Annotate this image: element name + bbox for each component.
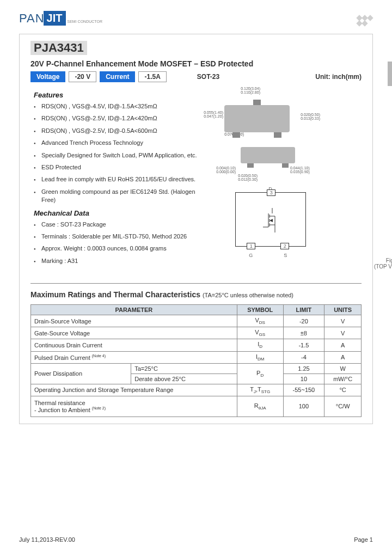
feature-item: RDS(ON) , VGS@-2.5V, ID@-1.2A<420mΩ xyxy=(34,114,203,123)
feature-item: RDS(ON) , VGS@-2.5V, ID@-0.5A<600mΩ xyxy=(34,127,203,135)
figure-label: Fig.180 (TOP VIEW) xyxy=(208,258,392,270)
unit-label: Unit: inch(mm) xyxy=(315,73,362,81)
product-subtitle: 20V P-Channel Enhancement Mode MOSFET – … xyxy=(30,59,362,68)
table-row: Operating Junction and Storage Temperatu… xyxy=(31,384,362,396)
package-bottom-view xyxy=(241,147,295,163)
mechanical-list: Case : SOT-23 Package Terminals : Solder… xyxy=(30,221,203,266)
logo-text-1: PAN xyxy=(19,11,45,26)
mechanical-item: Marking : A31 xyxy=(34,257,203,265)
table-row: Thermal resistance - Junction to Ambient… xyxy=(31,396,362,417)
features-list: RDS(ON) , VGS@-4.5V, ID@-1.5A<325mΩ RDS(… xyxy=(30,102,203,205)
feature-item: ESD Protected xyxy=(34,163,203,172)
package-top-view xyxy=(224,105,290,132)
package-side-view xyxy=(388,62,392,86)
table-row: Continuous Drain Current ID -1.5 A xyxy=(31,339,362,351)
pin-1: 1 xyxy=(247,243,255,249)
left-column: Features RDS(ON) , VGS@-4.5V, ID@-1.5A<3… xyxy=(30,87,203,270)
content-area: PJA3431 20V P-Channel Enhancement Mode M… xyxy=(19,34,373,424)
logo-decoration xyxy=(357,15,373,26)
dim-text: 0.120(3.04)0.110(2.80) xyxy=(241,87,392,94)
ratings-heading: Maximum Ratings and Thermal Characterist… xyxy=(30,283,362,299)
table-row: Power Dissipation Ta=25°C PD 1.25 W xyxy=(31,363,362,374)
table-row: Gate-Source Voltage VGS ±8 V xyxy=(31,327,362,339)
schematic-diagram: D 3 1 2 G S xyxy=(235,192,306,247)
col-limit: LIMIT xyxy=(283,305,324,315)
footer-date: July 11,2013-REV.00 xyxy=(19,536,75,543)
logo-subtitle: SEMI CONDUCTOR xyxy=(68,20,102,23)
feature-item: RDS(ON) , VGS@-4.5V, ID@-1.5A<325mΩ xyxy=(34,102,203,111)
feature-item: Lead free in comply with EU RoHS 2011/65… xyxy=(34,175,203,183)
gate-label: G xyxy=(249,253,253,258)
current-value: -1.5A xyxy=(138,71,166,82)
mechanical-heading: Mechanical Data xyxy=(34,209,203,217)
feature-item: Advanced Trench Process Technology xyxy=(34,139,203,147)
table-header-row: PARAMETER SYMBOL LIMIT UNITS xyxy=(31,305,362,315)
logo-text-2: JIT xyxy=(44,11,66,26)
table-row: Drain-Source Voltage VDS -20 V xyxy=(31,315,362,327)
features-heading: Features xyxy=(34,91,203,99)
spec-row: Voltage -20 V Current -1.5A SOT-23 Unit:… xyxy=(30,71,362,82)
current-label: Current xyxy=(100,71,135,82)
part-number: PJA3431 xyxy=(34,41,84,54)
col-parameter: PARAMETER xyxy=(31,305,237,315)
page-footer: July 11,2013-REV.00 Page 1 xyxy=(19,536,373,543)
mosfet-symbol-icon xyxy=(263,208,282,232)
feature-item: Specially Designed for Switch Load, PWM … xyxy=(34,151,203,160)
part-number-box: PJA3431 xyxy=(30,41,87,55)
company-logo: PAN JIT SEMI CONDUCTOR xyxy=(19,11,373,26)
table-row: Pulsed Drain Current (Note 4) IDM -4 A xyxy=(31,351,362,363)
package-diagram-area: 0.120(3.04)0.110(2.80) 0.055(1.40) 0.047… xyxy=(203,87,392,270)
package-label: SOT-23 xyxy=(197,73,219,81)
col-symbol: SYMBOL xyxy=(237,305,283,315)
voltage-label: Voltage xyxy=(30,71,65,82)
ratings-table: PARAMETER SYMBOL LIMIT UNITS Drain-Sourc… xyxy=(30,304,362,417)
mechanical-item: Case : SOT-23 Package xyxy=(34,221,203,229)
voltage-value: -20 V xyxy=(69,71,96,82)
mechanical-item: Terminals : Solderable per MIL-STD-750, … xyxy=(34,232,203,241)
feature-item: Green molding compound as per IEC61249 S… xyxy=(34,188,203,205)
pin-2: 2 xyxy=(280,243,289,249)
source-label: S xyxy=(284,253,287,258)
col-units: UNITS xyxy=(324,305,362,315)
mechanical-item: Approx. Weight : 0.0003 ounces, 0.0084 g… xyxy=(34,244,203,253)
svg-marker-7 xyxy=(270,219,273,222)
pin-3: 3 xyxy=(267,189,275,196)
footer-page: Page 1 xyxy=(354,536,373,543)
